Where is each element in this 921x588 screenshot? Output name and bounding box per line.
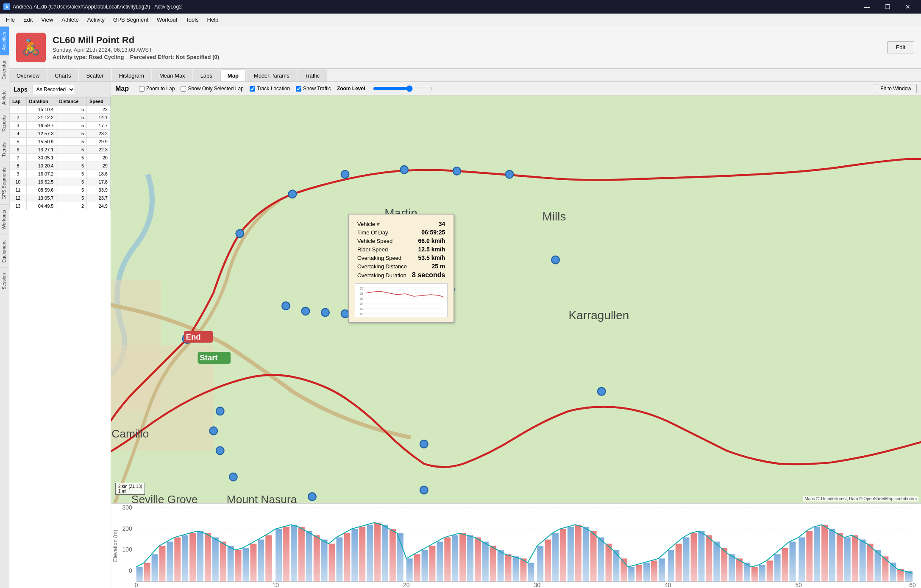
svg-rect-157 xyxy=(829,529,835,582)
menu-item-edit[interactable]: Edit xyxy=(19,15,37,25)
table-row[interactable]: 9 16:07.2 5 18.6 xyxy=(10,170,111,178)
svg-point-16 xyxy=(598,387,606,396)
sidebar-tab-athlete[interactable]: Athlete xyxy=(0,85,9,110)
laps-dropdown[interactable]: As RecordedBy DistanceBy Time xyxy=(33,85,75,94)
activity-type-value: Road Cycling xyxy=(89,54,124,60)
tab-mean-max[interactable]: Mean Max xyxy=(152,70,192,81)
svg-point-25 xyxy=(551,256,559,264)
sidebar-tab-equipment[interactable]: Equipment xyxy=(0,235,9,268)
table-row[interactable]: 7 30:05.1 5 20 xyxy=(10,154,111,162)
show-only-selected-checkbox[interactable] xyxy=(181,86,186,92)
tab-traffic[interactable]: Traffic xyxy=(298,70,327,81)
elevation-panel: 300 200 100 0 Elevation (m) 0 10 20 30 4… xyxy=(111,503,921,588)
sidebar-tab-reports[interactable]: Reports xyxy=(0,110,9,137)
svg-rect-100 xyxy=(390,529,396,582)
sidebar-tab-gps-segments[interactable]: GPS Segments xyxy=(0,162,9,205)
svg-rect-125 xyxy=(583,527,589,582)
svg-rect-140 xyxy=(698,531,704,582)
tab-laps[interactable]: Laps xyxy=(193,70,220,81)
svg-rect-102 xyxy=(406,558,413,582)
menu-item-workout[interactable]: Workout xyxy=(153,15,181,25)
tabs-bar: OverviewChartsScatterHistogramMean MaxLa… xyxy=(9,69,921,82)
svg-point-8 xyxy=(453,167,461,175)
svg-rect-152 xyxy=(789,542,796,582)
edit-button[interactable]: Edit xyxy=(887,41,914,53)
activity-date: Sunday, April 21th 2024, 06:13:08 AWST xyxy=(53,47,219,53)
svg-rect-134 xyxy=(651,560,657,582)
sidebar-tab-activities[interactable]: Activities xyxy=(0,26,9,55)
tab-scatter[interactable]: Scatter xyxy=(79,70,111,81)
svg-point-9 xyxy=(506,170,514,178)
overtaking-dist-label: Overtaking Distance xyxy=(355,262,409,270)
scale-label-mi: 1 mi xyxy=(118,489,142,493)
maximize-button[interactable]: ❐ xyxy=(878,0,897,14)
table-row[interactable]: 12 13:05.7 5 23.7 xyxy=(10,194,111,202)
show-only-selected-label[interactable]: Show Only Selected Lap xyxy=(181,86,243,92)
menu-item-tools[interactable]: Tools xyxy=(181,15,203,25)
tab-histogram[interactable]: Histogram xyxy=(112,70,151,81)
menu-item-view[interactable]: View xyxy=(37,15,57,25)
track-location-label[interactable]: Track Location xyxy=(250,86,290,92)
tab-overview[interactable]: Overview xyxy=(9,70,47,81)
tab-model-params[interactable]: Model Params xyxy=(247,70,297,81)
menu-item-activity[interactable]: Activity xyxy=(83,15,109,25)
map-view[interactable]: Martin Mills Karragullen ngdale Camillo … xyxy=(111,95,921,503)
table-row[interactable]: 3 16:59.7 5 17.7 xyxy=(10,122,111,130)
zoom-to-lap-label[interactable]: Zoom to Lap xyxy=(139,86,175,92)
svg-text:Start: Start xyxy=(200,353,217,362)
table-row[interactable]: 4 12:57.3 5 23.2 xyxy=(10,130,111,138)
svg-text:20: 20 xyxy=(403,582,410,588)
svg-rect-139 xyxy=(691,533,697,582)
map-title: Map xyxy=(115,85,129,92)
table-row[interactable]: 13 04:49.5 2 24.9 xyxy=(10,202,111,210)
table-row[interactable]: 6 13:27.1 5 22.3 xyxy=(10,146,111,154)
svg-point-5 xyxy=(289,190,297,198)
sidebar-tab-session[interactable]: Session xyxy=(0,268,9,295)
tab-charts[interactable]: Charts xyxy=(47,70,78,81)
svg-rect-86 xyxy=(283,527,289,582)
table-row[interactable]: 2 21:12.2 5 14.1 xyxy=(10,114,111,122)
table-row[interactable]: 1 15:10.4 5 22 xyxy=(10,106,111,114)
titlebar-left: A Andreea-AL.db (C:\Users\alexh\AppData\… xyxy=(3,3,182,10)
svg-rect-0 xyxy=(111,95,921,503)
sidebar-tab-calendar[interactable]: Calendar xyxy=(0,55,9,85)
svg-rect-108 xyxy=(452,535,458,582)
svg-rect-141 xyxy=(706,535,712,582)
svg-rect-123 xyxy=(568,527,574,582)
svg-rect-133 xyxy=(643,563,650,582)
svg-text:0: 0 xyxy=(129,567,132,574)
minimize-button[interactable]: — xyxy=(857,0,877,14)
show-traffic-checkbox[interactable] xyxy=(296,86,301,92)
zoom-level-slider[interactable] xyxy=(373,85,432,92)
table-row[interactable]: 8 10:20.4 5 29 xyxy=(10,162,111,170)
zoom-to-lap-checkbox[interactable] xyxy=(139,86,145,92)
svg-rect-154 xyxy=(806,531,812,582)
menu-item-athlete[interactable]: Athlete xyxy=(57,15,83,25)
svg-rect-104 xyxy=(422,550,428,582)
activity-header: 🚴 CL60 Mill Point Rd Sunday, April 21th … xyxy=(9,26,921,69)
sidebar-tab-trends[interactable]: Trends xyxy=(0,137,9,162)
menu-item-gps segment[interactable]: GPS Segment xyxy=(109,15,153,25)
overtaking-dur-label: Overtaking Duration xyxy=(355,270,409,280)
table-row[interactable]: 10 16:52.5 5 17.8 xyxy=(10,178,111,186)
svg-text:68: 68 xyxy=(360,292,364,295)
svg-rect-118 xyxy=(528,563,534,582)
table-row[interactable]: 5 15:50.9 5 29.9 xyxy=(10,138,111,146)
show-traffic-label[interactable]: Show Traffic xyxy=(296,86,331,92)
close-button[interactable]: ✕ xyxy=(898,0,918,14)
activity-info: CL60 Mill Point Rd Sunday, April 21th 20… xyxy=(53,35,219,60)
svg-rect-150 xyxy=(774,554,781,582)
laps-title: Laps xyxy=(14,86,28,93)
svg-rect-88 xyxy=(298,527,305,582)
svg-rect-137 xyxy=(676,544,682,582)
titlebar-controls[interactable]: — ❐ ✕ xyxy=(857,0,918,14)
svg-rect-97 xyxy=(367,525,373,582)
table-row[interactable]: 11 08:59.6 5 33.9 xyxy=(10,186,111,194)
fit-window-button[interactable]: Fit to Window xyxy=(875,84,917,93)
sidebar-tab-workouts[interactable]: Workouts xyxy=(0,204,9,234)
svg-rect-101 xyxy=(397,533,403,582)
menu-item-file[interactable]: File xyxy=(2,15,19,25)
tab-map[interactable]: Map xyxy=(220,70,246,81)
menu-item-help[interactable]: Help xyxy=(203,15,223,25)
track-location-checkbox[interactable] xyxy=(250,86,255,92)
